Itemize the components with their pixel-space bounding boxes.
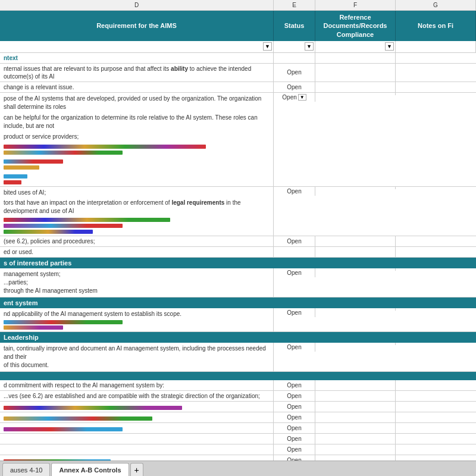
cell-ai-roles-text: pose of the AI systems that are develope…	[0, 93, 274, 186]
cell-colorblock4-text	[0, 434, 274, 444]
cell-maintain-ref	[315, 343, 396, 345]
status-open-4: Open	[287, 188, 301, 195]
filter-d-button[interactable]: ▼	[263, 42, 272, 51]
filter-e[interactable]: ▼	[274, 41, 315, 52]
cell-ai-roles-ref	[315, 93, 396, 95]
cell-colorblock3-notes	[396, 423, 476, 433]
scope-line1: nd applicability of the AI management sy…	[4, 310, 270, 318]
context-label: ntext	[0, 53, 274, 63]
ai-roles-line1: pose of the AI systems that are develope…	[4, 95, 270, 111]
cell-ai-roles-status: Open ▼	[274, 93, 315, 102]
row-colorblock-4: Open	[0, 434, 476, 444]
cell-change-status: Open	[274, 82, 315, 92]
section-scope: ent system	[0, 298, 476, 308]
table-header: Requirement for the AIMS Status Referenc…	[0, 11, 476, 41]
row-uses-legal: bited uses of AI; tors that have an impa…	[0, 187, 476, 236]
th-requirement: Requirement for the AIMS	[0, 11, 274, 41]
context-label-f	[315, 53, 396, 63]
filter-f[interactable]: ▼	[315, 41, 396, 52]
cell-colorblock1-ref	[315, 402, 396, 412]
cell-uses-legal-text: bited uses of AI; tors that have an impa…	[0, 187, 274, 236]
scope-colorblock1	[4, 320, 270, 324]
cell-ai-roles-notes	[396, 93, 476, 95]
status-open-12: Open	[287, 414, 301, 421]
th-notes: Notes on Fi	[396, 11, 476, 41]
section-leadership2-label	[0, 375, 274, 377]
filter-e-button[interactable]: ▼	[305, 42, 314, 51]
tab-annex[interactable]: Annex A-B Controls	[51, 463, 129, 476]
uses-line2: tors that have an impact on the interpre…	[4, 199, 270, 215]
row-internal-issues: nternal issues that are relevant to its …	[0, 64, 476, 82]
status-open-14: Open	[287, 436, 301, 442]
uses-colorblock3	[4, 230, 270, 234]
section-scope-label: ent system	[0, 298, 274, 308]
th-status: Status	[274, 11, 315, 41]
cell-colorblock6-notes	[396, 455, 476, 461]
cell-uses-legal-status: Open	[274, 187, 315, 196]
cell-colorblock4-notes	[396, 434, 476, 444]
cell-uses-legal-ref	[315, 187, 396, 189]
cell-scope-text: nd applicability of the AI management sy…	[0, 308, 274, 331]
cell-colorblock5-notes	[396, 444, 476, 455]
uses-line1: bited uses of AI;	[4, 189, 270, 197]
status-open-1: Open	[287, 69, 301, 76]
row-colorblock-5: Open	[0, 444, 476, 455]
row-commitment: d commitment with respect to the AI mana…	[0, 380, 476, 391]
status-open-11: Open	[287, 403, 301, 410]
row-change-relevant: change is a relevant issue. Open	[0, 82, 476, 93]
tab-add-button[interactable]: +	[130, 463, 143, 476]
row-colorblock-1: Open	[0, 402, 476, 412]
status-open-13: Open	[287, 425, 301, 431]
ai-roles-colorblock1	[4, 145, 270, 149]
cell-colorblock5-ref	[315, 444, 396, 455]
status-open-10: Open	[287, 393, 301, 399]
cell-change-ref	[315, 82, 396, 92]
ai-roles-colorblock3	[4, 159, 270, 164]
filter-d[interactable]: ▼	[0, 41, 274, 52]
cell-objectives-status: Open	[274, 391, 315, 401]
cell-uses-legal-notes	[396, 187, 476, 189]
col-e-header: E	[274, 0, 315, 10]
cell-mgmt-ref	[315, 268, 396, 271]
filter-f-button[interactable]: ▼	[385, 42, 394, 51]
col-f-header: F	[315, 0, 396, 10]
cell-scope-ref	[315, 308, 396, 311]
cell-colorblock3-text	[0, 423, 274, 433]
ai-roles-line2: can be helpful for the organization to d…	[4, 114, 270, 130]
cell-internal-issues-ref	[315, 64, 396, 82]
row-colorblock-2: Open	[0, 412, 476, 423]
section-leadership-label: Leadership	[0, 333, 274, 342]
cell-policies-status: Open	[274, 236, 315, 246]
tab-clauses-label: auses 4-10	[10, 466, 42, 474]
context-label-g	[396, 53, 476, 63]
mgmt-line3: through the AI management system	[4, 287, 270, 295]
mgmt-line2: ...parties;	[4, 278, 270, 287]
cell-maintain-status: Open	[274, 343, 315, 352]
uses-colorblock1	[4, 218, 270, 222]
maintain-line1: tain, continually improve and document a…	[4, 345, 270, 361]
tab-add-icon: +	[134, 465, 139, 475]
mgmt-line1: management system;	[4, 270, 270, 278]
context-label-e	[274, 53, 315, 63]
cell-internal-issues-status: Open	[274, 64, 315, 82]
cell-objectives-ref	[315, 391, 396, 401]
cell-colorblock2-text	[0, 412, 274, 422]
cell-commitment-notes	[396, 380, 476, 390]
cell-mgmt-status: Open	[274, 268, 315, 277]
cell-policies-text: (see 6.2), policies and procedures;	[0, 236, 274, 246]
status-open-8: Open	[287, 344, 301, 350]
status-open-5: Open	[287, 238, 301, 245]
cell-colorblock3-ref	[315, 423, 396, 433]
cell-mgmt-text: management system; ...parties; through t…	[0, 268, 274, 297]
cell-maintain-notes	[396, 343, 476, 345]
tab-clauses[interactable]: auses 4-10	[2, 463, 50, 476]
row-ed-or-used: ed or used.	[0, 247, 476, 258]
cell-scope-notes	[396, 308, 476, 311]
status-dropdown-3[interactable]: ▼	[298, 94, 306, 101]
cell-objectives-notes	[396, 391, 476, 401]
ai-roles-colorblock5	[4, 174, 270, 178]
column-headers: D E F G	[0, 0, 476, 11]
cell-colorblock6-status: Open	[274, 455, 315, 461]
col-g-header: G	[396, 0, 476, 10]
cell-policies-notes	[396, 236, 476, 246]
